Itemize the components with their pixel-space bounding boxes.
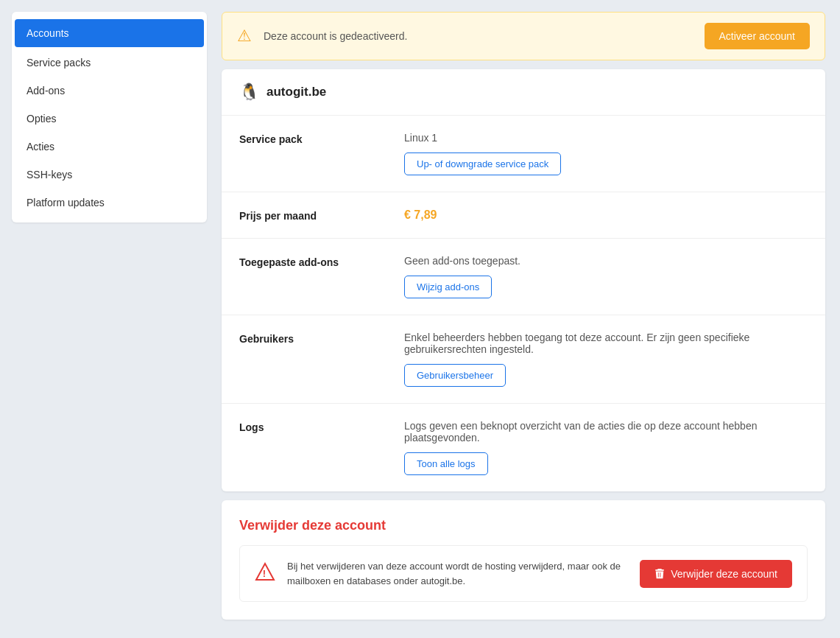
button-logs[interactable]: Toon alle logs	[404, 452, 488, 475]
account-name: autogit.be	[267, 85, 326, 99]
activate-account-button[interactable]: Activeer account	[705, 23, 811, 49]
trash-icon	[654, 569, 665, 579]
sidebar-item-accounts[interactable]: Accounts	[15, 19, 204, 47]
account-header: 🐧 autogit.be	[222, 69, 825, 116]
delete-warning-text: Bij het verwijderen van deze account wor…	[287, 559, 628, 588]
sidebar-item-opties[interactable]: Opties	[12, 105, 207, 133]
detail-value-toegepaste-addons: Geen add-ons toegepast.Wijzig add-ons	[404, 255, 808, 298]
svg-text:!: !	[263, 568, 266, 579]
detail-row-logs: LogsLogs geven een beknopt overzicht van…	[222, 404, 825, 491]
delete-section-title: Verwijder deze account	[239, 518, 808, 533]
button-service-pack[interactable]: Up- of downgrade service pack	[404, 153, 561, 175]
alert-banner: ⚠ Deze account is gedeactiveerd. Activee…	[222, 12, 825, 60]
delete-section: Verwijder deze account ! Bij het verwijd…	[222, 500, 825, 620]
main-content: ⚠ Deze account is gedeactiveerd. Activee…	[207, 0, 840, 638]
sidebar: AccountsService packsAdd-onsOptiesActies…	[12, 12, 207, 222]
button-gebruikers[interactable]: Gebruikersbeheer	[404, 364, 506, 387]
detail-value-prijs-per-maand: € 7,89	[404, 208, 808, 222]
button-toegepaste-addons[interactable]: Wijzig add-ons	[404, 276, 492, 298]
detail-value-gebruikers: Enkel beheerders hebben toegang tot deze…	[404, 332, 808, 387]
sidebar-item-acties[interactable]: Acties	[12, 133, 207, 161]
detail-row-prijs-per-maand: Prijs per maand€ 7,89	[222, 192, 825, 239]
value-text-gebruikers: Enkel beheerders hebben toegang tot deze…	[404, 332, 808, 355]
value-text-logs: Logs geven een beknopt overzicht van de …	[404, 420, 808, 444]
sidebar-item-add-ons[interactable]: Add-ons	[12, 77, 207, 105]
warning-icon: ⚠	[237, 27, 252, 46]
value-text-service-pack: Linux 1	[404, 132, 808, 144]
detail-label-service-pack: Service pack	[239, 132, 387, 175]
alert-text: Deze account is gedeactiveerd.	[264, 30, 693, 42]
delete-account-button[interactable]: Verwijder deze account	[640, 560, 792, 588]
detail-label-logs: Logs	[239, 420, 387, 475]
detail-value-service-pack: Linux 1Up- of downgrade service pack	[404, 132, 808, 175]
sidebar-item-service-packs[interactable]: Service packs	[12, 49, 207, 77]
detail-value-logs: Logs geven een beknopt overzicht van de …	[404, 420, 808, 475]
detail-label-gebruikers: Gebruikers	[239, 332, 387, 387]
sidebar-item-ssh-keys[interactable]: SSH-keys	[12, 161, 207, 189]
detail-row-service-pack: Service packLinux 1Up- of downgrade serv…	[222, 116, 825, 192]
price-value: € 7,89	[404, 208, 808, 222]
account-card: 🐧 autogit.be Service packLinux 1Up- of d…	[222, 69, 825, 491]
delete-warning: ! Bij het verwijderen van deze account w…	[239, 545, 808, 602]
value-text-toegepaste-addons: Geen add-ons toegepast.	[404, 255, 808, 267]
detail-row-toegepaste-addons: Toegepaste add-onsGeen add-ons toegepast…	[222, 239, 825, 315]
delete-warning-icon: !	[255, 561, 275, 586]
sidebar-item-platform-updates[interactable]: Platform updates	[12, 189, 207, 217]
detail-label-prijs-per-maand: Prijs per maand	[239, 208, 387, 222]
linux-icon: 🐧	[239, 83, 259, 102]
detail-rows-container: Service packLinux 1Up- of downgrade serv…	[222, 116, 825, 491]
detail-label-toegepaste-addons: Toegepaste add-ons	[239, 255, 387, 298]
detail-row-gebruikers: GebruikersEnkel beheerders hebben toegan…	[222, 315, 825, 404]
